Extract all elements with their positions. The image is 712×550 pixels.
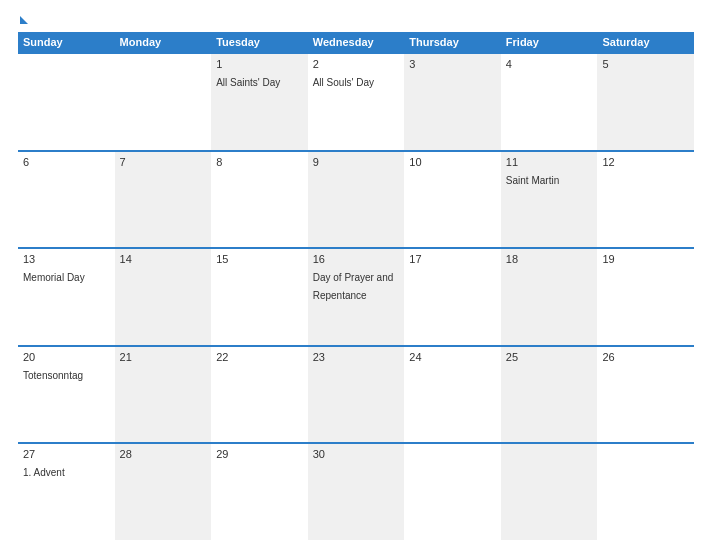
header-wednesday: Wednesday	[308, 32, 405, 52]
header-friday: Friday	[501, 32, 598, 52]
cal-cell: 17	[404, 249, 501, 345]
day-number: 7	[120, 156, 207, 168]
day-event: Saint Martin	[506, 175, 559, 186]
day-number: 29	[216, 448, 303, 460]
cal-cell: 7	[115, 152, 212, 248]
cal-cell: 8	[211, 152, 308, 248]
header-sunday: Sunday	[18, 32, 115, 52]
day-number: 10	[409, 156, 496, 168]
day-event: All Souls' Day	[313, 77, 374, 88]
day-number: 17	[409, 253, 496, 265]
cal-cell: 18	[501, 249, 598, 345]
cal-cell: 9	[308, 152, 405, 248]
logo-triangle-icon	[20, 16, 28, 24]
day-number: 9	[313, 156, 400, 168]
header-saturday: Saturday	[597, 32, 694, 52]
day-number: 12	[602, 156, 689, 168]
day-number: 5	[602, 58, 689, 70]
day-number: 15	[216, 253, 303, 265]
cal-cell	[115, 54, 212, 150]
cal-cell: 13Memorial Day	[18, 249, 115, 345]
day-number: 4	[506, 58, 593, 70]
header-tuesday: Tuesday	[211, 32, 308, 52]
cal-cell: 28	[115, 444, 212, 540]
cal-cell: 3	[404, 54, 501, 150]
logo	[18, 16, 28, 24]
calendar: Sunday Monday Tuesday Wednesday Thursday…	[18, 32, 694, 540]
cal-cell: 21	[115, 347, 212, 443]
cal-cell	[597, 444, 694, 540]
cal-cell: 4	[501, 54, 598, 150]
cal-cell: 24	[404, 347, 501, 443]
header-thursday: Thursday	[404, 32, 501, 52]
day-number: 18	[506, 253, 593, 265]
day-number: 1	[216, 58, 303, 70]
week-row-2: 67891011Saint Martin12	[18, 150, 694, 248]
day-number: 14	[120, 253, 207, 265]
day-number: 24	[409, 351, 496, 363]
cal-cell: 14	[115, 249, 212, 345]
day-number: 30	[313, 448, 400, 460]
cal-cell: 15	[211, 249, 308, 345]
calendar-header: Sunday Monday Tuesday Wednesday Thursday…	[18, 32, 694, 52]
day-number: 19	[602, 253, 689, 265]
cal-cell: 6	[18, 152, 115, 248]
page-header	[18, 16, 694, 24]
week-row-4: 20Totensonntag212223242526	[18, 345, 694, 443]
cal-cell: 11Saint Martin	[501, 152, 598, 248]
cal-cell	[18, 54, 115, 150]
cal-cell: 30	[308, 444, 405, 540]
cal-cell: 29	[211, 444, 308, 540]
day-event: Memorial Day	[23, 272, 85, 283]
day-number: 20	[23, 351, 110, 363]
cal-cell	[501, 444, 598, 540]
day-number: 25	[506, 351, 593, 363]
day-number: 11	[506, 156, 593, 168]
cal-cell: 1All Saints' Day	[211, 54, 308, 150]
day-number: 28	[120, 448, 207, 460]
cal-cell: 23	[308, 347, 405, 443]
header-monday: Monday	[115, 32, 212, 52]
cal-cell: 271. Advent	[18, 444, 115, 540]
day-event: All Saints' Day	[216, 77, 280, 88]
day-number: 27	[23, 448, 110, 460]
day-number: 21	[120, 351, 207, 363]
cal-cell: 5	[597, 54, 694, 150]
day-event: 1. Advent	[23, 467, 65, 478]
cal-cell: 2All Souls' Day	[308, 54, 405, 150]
day-number: 16	[313, 253, 400, 265]
day-number: 23	[313, 351, 400, 363]
cal-cell: 19	[597, 249, 694, 345]
week-row-5: 271. Advent282930	[18, 442, 694, 540]
day-number: 2	[313, 58, 400, 70]
cal-cell: 10	[404, 152, 501, 248]
cal-cell: 16Day of Prayer and Repentance	[308, 249, 405, 345]
cal-cell: 20Totensonntag	[18, 347, 115, 443]
cal-cell: 26	[597, 347, 694, 443]
day-number: 3	[409, 58, 496, 70]
cal-cell	[404, 444, 501, 540]
week-row-1: 1All Saints' Day2All Souls' Day345	[18, 52, 694, 150]
calendar-body: 1All Saints' Day2All Souls' Day345678910…	[18, 52, 694, 540]
cal-cell: 12	[597, 152, 694, 248]
day-number: 8	[216, 156, 303, 168]
day-number: 6	[23, 156, 110, 168]
day-number: 26	[602, 351, 689, 363]
day-number: 13	[23, 253, 110, 265]
calendar-page: Sunday Monday Tuesday Wednesday Thursday…	[0, 0, 712, 550]
day-event: Day of Prayer and Repentance	[313, 272, 394, 301]
week-row-3: 13Memorial Day141516Day of Prayer and Re…	[18, 247, 694, 345]
cal-cell: 22	[211, 347, 308, 443]
day-event: Totensonntag	[23, 370, 83, 381]
day-number: 22	[216, 351, 303, 363]
cal-cell: 25	[501, 347, 598, 443]
